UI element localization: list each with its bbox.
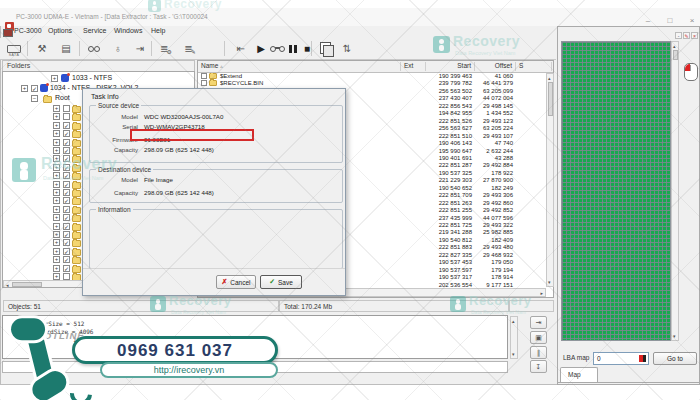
column-offset[interactable]: Offset <box>475 62 516 71</box>
map-edit-button[interactable]: ✎ <box>683 32 690 39</box>
save-button[interactable]: ✓Save <box>260 275 302 289</box>
lba-marker-icon <box>639 355 646 362</box>
dest-model-value: File Image <box>144 176 173 183</box>
folder-checkbox[interactable] <box>63 214 70 221</box>
mouse-select-icon[interactable] <box>684 63 698 81</box>
toolbar-separator <box>224 41 225 56</box>
tree-node-volume[interactable]: + 1033 - NTFS <box>3 74 194 83</box>
lba-map-label: LBA map <box>563 354 589 361</box>
volume-icon <box>40 84 48 92</box>
toolbar-separator <box>311 41 312 56</box>
folder-checkbox[interactable] <box>63 248 70 255</box>
search-binoculars-button-icon[interactable] <box>83 40 105 57</box>
close-task-button-icon[interactable]: ⇥ <box>129 40 151 57</box>
close-button[interactable]: × <box>684 16 700 26</box>
hex-line: IndexRecordSize = 4096 <box>14 328 93 335</box>
folder-checkbox[interactable] <box>63 265 70 272</box>
column-ext[interactable]: Ext <box>401 62 426 71</box>
table-row[interactable]: $RECYCLE.BIN239 799 78246 441 379 <box>198 80 547 87</box>
hex-info-panel: ClusterSize = 512 IndexRecordSize = 4096… <box>2 315 508 359</box>
folder-checkbox[interactable] <box>63 231 70 238</box>
folder-checkbox[interactable] <box>63 172 70 179</box>
folder-checkbox[interactable] <box>63 239 70 246</box>
folder-checkbox[interactable] <box>63 181 70 188</box>
toolbar-separator <box>151 41 152 56</box>
edit-map-button-icon[interactable]: ≣✎ <box>179 40 201 57</box>
folder-checkbox[interactable] <box>63 164 70 171</box>
hex-bottom-strip <box>2 361 508 373</box>
folder-checkbox[interactable] <box>63 130 70 137</box>
table-row[interactable]: $Extend190 399 46341 060 <box>198 73 547 80</box>
status-empty <box>509 300 554 312</box>
hex-save-button[interactable]: ▣ <box>530 331 547 344</box>
volume-checkbox[interactable] <box>31 85 38 92</box>
folder-checkbox[interactable] <box>63 189 70 196</box>
menu-pc3000[interactable]: PC-3000 <box>14 27 42 34</box>
screen: PC-3000 UDMA-E - Vietnam - [Data Extract… <box>0 0 700 400</box>
map-window: - ✎ × ▴ ▾ LBA map 0 Go to Map <box>557 26 700 385</box>
folder-checkbox[interactable] <box>63 139 70 146</box>
toolbar-separator <box>27 41 28 56</box>
child-window-menu-icon[interactable] <box>3 29 13 37</box>
status-objects: Objects: 51 <box>3 300 279 312</box>
dialog-title: Task info <box>91 93 119 100</box>
folder-checkbox[interactable] <box>63 105 70 112</box>
menu-options[interactable]: Options <box>48 27 72 34</box>
folder-checkbox[interactable] <box>63 147 70 154</box>
file-list-header: Name ▵ Ext Start Offset S <box>198 61 553 73</box>
file-checkbox[interactable] <box>201 73 207 79</box>
map-minimize-button[interactable]: - <box>675 32 682 39</box>
cancel-button[interactable]: ✗Cancel <box>216 275 256 289</box>
folder-checkbox[interactable] <box>63 206 70 213</box>
folder-icon <box>209 80 217 86</box>
hex-export-button[interactable]: ↧ <box>530 360 547 373</box>
task-archive-button-icon[interactable]: ▤ <box>55 40 77 57</box>
status-total: Total: 170.24 Mb <box>279 300 509 312</box>
cancel-x-icon: ✗ <box>221 278 227 286</box>
tools-button-icon[interactable]: ⚒ <box>31 40 53 57</box>
file-list-vertical-scrollbar[interactable]: ▴ ▾ <box>546 73 554 287</box>
folder-checkbox[interactable] <box>63 223 70 230</box>
map-close-button[interactable]: × <box>691 32 698 39</box>
maximize-button[interactable]: □ <box>662 16 678 26</box>
file-checkbox[interactable] <box>201 80 207 86</box>
build-map-button-icon[interactable]: ≣⚙ <box>155 40 177 57</box>
menu-help[interactable]: Help <box>151 27 165 34</box>
lba-sector-map[interactable] <box>561 41 671 341</box>
minimize-button[interactable]: – <box>640 16 656 26</box>
hex-vertical-scrollbar[interactable]: ▴ ▾ <box>510 316 518 359</box>
column-name[interactable]: Name ▵ <box>198 62 401 71</box>
folder-checkbox[interactable] <box>63 122 70 129</box>
hex-pause-button[interactable]: ∥ <box>530 346 547 359</box>
stop-button-icon[interactable]: ■ <box>296 40 318 57</box>
folder-checkbox[interactable] <box>63 113 70 120</box>
goto-button[interactable]: Go to <box>653 352 697 365</box>
volume-icon <box>61 74 69 82</box>
exit-button-icon[interactable]: ⇤ <box>230 40 252 57</box>
information-group: Information <box>89 209 343 269</box>
menu-service[interactable]: Service <box>83 27 106 34</box>
window-title: PC-3000 UDMA-E - Vietnam - [Data Extract… <box>16 13 208 20</box>
folder-checkbox[interactable] <box>63 155 70 162</box>
toolbar: SATA⚒▤♁⇥≣⚙≣✎⇤▶■⇅ <box>0 38 556 60</box>
folder-checkbox[interactable] <box>63 256 70 263</box>
sort-asc-icon: ▵ <box>220 63 223 69</box>
connect-device-button-icon[interactable]: ♁ <box>107 40 129 57</box>
map-vertical-scrollbar[interactable]: ▴ ▾ <box>671 41 679 341</box>
hex-exit-button[interactable]: ⇥ <box>530 316 547 329</box>
copy-data-button-icon[interactable] <box>316 40 338 57</box>
menu-windows[interactable]: Windows <box>114 27 142 34</box>
folder-checkbox[interactable] <box>63 197 70 204</box>
source-model-value: WDC WD3200AAJS-00L7A0 <box>144 113 223 120</box>
person-sort-button-icon[interactable]: ⇅ <box>336 40 358 57</box>
hex-line: 167991841 <box>73 344 106 351</box>
status-bar: Objects: 51 Total: 170.24 Mb <box>2 299 554 313</box>
column-size[interactable]: S <box>516 62 552 71</box>
save-check-icon: ✓ <box>269 278 275 286</box>
map-tab[interactable]: Map <box>560 367 598 382</box>
column-start[interactable]: Start <box>426 62 475 71</box>
toolbar-separator <box>79 41 80 56</box>
sata-mode-button-icon[interactable]: SATA <box>3 40 25 57</box>
hex-line: 193350403 <box>73 336 106 343</box>
folder-checkbox[interactable] <box>63 273 70 280</box>
